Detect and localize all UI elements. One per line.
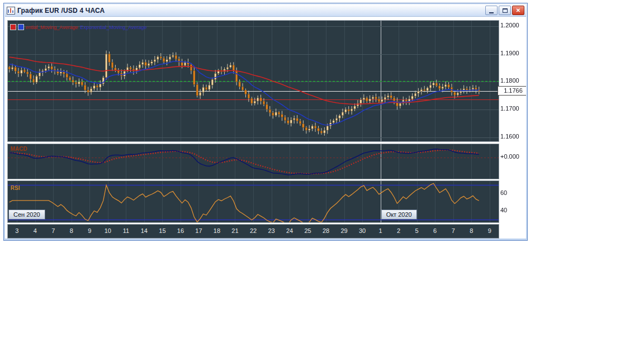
rsi-tick: 40 xyxy=(500,207,507,213)
macd-panel[interactable]: MACD xyxy=(7,144,499,179)
date-tick: 17 xyxy=(191,227,206,234)
date-tick: 2 xyxy=(391,227,406,234)
date-tick: 29 xyxy=(337,227,352,234)
macd-label: MACD xyxy=(11,146,27,152)
price-tick: 1.2000 xyxy=(500,22,519,28)
price-tick: 1.1900 xyxy=(500,50,519,56)
date-tick: 18 xyxy=(209,227,225,234)
price-tick: 1.1700 xyxy=(500,105,519,112)
date-tick: 8 xyxy=(64,227,79,234)
date-tick: 30 xyxy=(354,227,370,234)
date-tick: 6 xyxy=(427,227,443,234)
date-tick: 28 xyxy=(318,227,334,234)
legend-label: Exponential_Moving_Average xyxy=(80,25,146,30)
chart-body: ential_Moving_AverageExponential_Moving_… xyxy=(5,17,526,239)
rsi-tick: 60 xyxy=(500,189,507,196)
price-axis[interactable]: 1.20001.19001.18001.17001.1600+0.0006040 xyxy=(499,17,526,239)
price-panel[interactable]: ential_Moving_AverageExponential_Moving_… xyxy=(7,20,499,142)
date-tick: 10 xyxy=(100,227,116,234)
rsi-label: RSI xyxy=(11,185,20,191)
maximize-icon xyxy=(503,8,508,13)
date-tick: 16 xyxy=(173,227,188,234)
price-tick: 1.1800 xyxy=(500,77,519,84)
chart-window: График EUR /USD 4 ЧАСА ✕ ential_Moving_A… xyxy=(3,3,528,241)
minimize-button[interactable] xyxy=(485,6,498,15)
price-tick: 1.1600 xyxy=(500,133,519,140)
legend-chip xyxy=(18,24,24,30)
legend-chip xyxy=(10,24,16,30)
titlebar[interactable]: График EUR /USD 4 ЧАСА ✕ xyxy=(5,4,526,17)
rsi-panel[interactable]: RSI xyxy=(7,180,499,223)
date-tick: 9 xyxy=(482,227,498,234)
date-tick: 3 xyxy=(9,227,25,234)
time-axis[interactable]: 3478910111415161718212223242528293012567… xyxy=(7,224,499,239)
date-tick: 14 xyxy=(136,227,152,234)
date-tick: 9 xyxy=(82,227,97,234)
minimize-icon xyxy=(489,12,494,13)
date-tick: 8 xyxy=(463,227,479,234)
rsi-canvas[interactable] xyxy=(8,181,499,222)
macd-tick: +0.000 xyxy=(500,153,519,160)
macd-canvas[interactable] xyxy=(8,144,499,179)
price-chart-canvas[interactable] xyxy=(8,21,499,141)
date-tick: 25 xyxy=(300,227,316,234)
window-controls: ✕ xyxy=(485,6,524,15)
close-icon: ✕ xyxy=(516,8,520,13)
month-badge-september: Сен 2020 xyxy=(8,209,45,220)
maximize-button[interactable] xyxy=(499,6,511,15)
date-tick: 24 xyxy=(282,227,297,234)
indicator-legend: ential_Moving_AverageExponential_Moving_… xyxy=(10,24,146,30)
date-tick: 21 xyxy=(227,227,243,234)
date-tick: 15 xyxy=(154,227,170,234)
date-tick: 7 xyxy=(45,227,61,234)
date-tick: 23 xyxy=(264,227,280,234)
date-tick: 22 xyxy=(245,227,261,234)
legend-label: ential_Moving_Average xyxy=(26,25,78,30)
date-tick: 4 xyxy=(27,227,43,234)
current-price-badge: 1.1766 xyxy=(498,86,526,96)
date-tick: 11 xyxy=(118,227,134,234)
date-tick: 5 xyxy=(409,227,425,234)
window-icon xyxy=(7,7,15,15)
date-tick: 7 xyxy=(446,227,461,234)
date-tick: 1 xyxy=(373,227,389,234)
close-button[interactable]: ✕ xyxy=(512,6,524,15)
window-title: График EUR /USD 4 ЧАСА xyxy=(17,7,483,15)
month-badge-october: Окт 2020 xyxy=(381,209,417,220)
